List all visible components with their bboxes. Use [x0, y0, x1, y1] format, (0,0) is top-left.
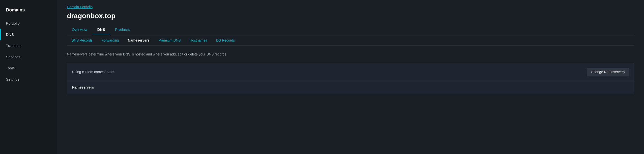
breadcrumb: Domain Portfolio — [67, 5, 634, 9]
sub-tab-ds-records[interactable]: DS Records — [212, 35, 239, 45]
tab-dns[interactable]: DNS — [92, 25, 110, 34]
sub-tab-dns-records[interactable]: DNS Records — [67, 35, 97, 45]
nameservers-card: Using custom nameservers Change Nameserv… — [67, 63, 634, 94]
nameservers-row-label: Nameservers — [72, 85, 94, 89]
card-row-nameservers: Nameservers — [67, 81, 634, 94]
top-tabs: Overview DNS Products — [67, 25, 634, 34]
sidebar-item-transfers[interactable]: Transfers — [0, 40, 57, 51]
nameservers-description-link: Nameservers — [67, 52, 88, 56]
sidebar-item-services[interactable]: Services — [0, 51, 57, 62]
sub-tabs: DNS Records Forwarding Nameservers Premi… — [67, 34, 634, 46]
main-content: Domain Portfolio dragonbox.top Overview … — [57, 0, 644, 154]
card-row-custom: Using custom nameservers Change Nameserv… — [67, 63, 634, 81]
sub-tab-nameservers[interactable]: Nameservers — [124, 35, 154, 45]
nameservers-description-text: determine where your DNS is hosted and w… — [88, 52, 227, 56]
sidebar-item-settings[interactable]: Settings — [0, 74, 57, 85]
custom-nameservers-label: Using custom nameservers — [72, 70, 114, 74]
sidebar-item-dns[interactable]: DNS — [0, 29, 57, 40]
sidebar-item-tools[interactable]: Tools — [0, 62, 57, 74]
breadcrumb-link[interactable]: Domain Portfolio — [67, 5, 93, 9]
page-title: dragonbox.top — [67, 12, 634, 20]
sub-tab-forwarding[interactable]: Forwarding — [97, 35, 124, 45]
tab-products[interactable]: Products — [110, 25, 134, 34]
nameservers-description: Nameservers determine where your DNS is … — [67, 51, 634, 57]
sidebar: Domains Portfolio DNS Transfers Services… — [0, 0, 57, 154]
sidebar-item-portfolio[interactable]: Portfolio — [0, 18, 57, 29]
sub-tab-hostnames[interactable]: Hostnames — [185, 35, 212, 45]
sidebar-title: Domains — [0, 5, 57, 18]
sub-tab-premium-dns[interactable]: Premium DNS — [154, 35, 185, 45]
tab-overview[interactable]: Overview — [67, 25, 92, 34]
change-nameservers-button[interactable]: Change Nameservers — [587, 68, 629, 76]
bottom-divider — [67, 94, 634, 94]
